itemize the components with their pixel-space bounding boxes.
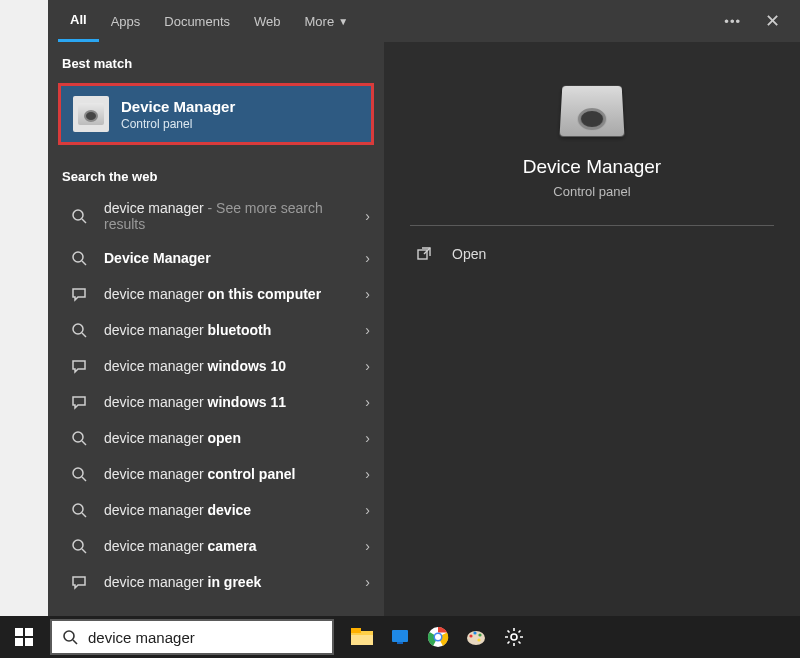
tab-more[interactable]: More ▼	[293, 0, 361, 42]
device-manager-icon	[73, 96, 109, 132]
svg-rect-10	[15, 638, 23, 646]
tab-all[interactable]: All	[58, 0, 99, 42]
svg-point-24	[478, 633, 481, 636]
chevron-right-icon[interactable]: ›	[357, 466, 370, 482]
svg-rect-7	[418, 250, 427, 259]
search-icon	[62, 629, 78, 645]
svg-point-6	[73, 540, 83, 550]
svg-point-0	[73, 210, 83, 220]
close-button[interactable]: ✕	[755, 10, 790, 32]
open-label: Open	[452, 246, 486, 262]
taskbar-chrome[interactable]	[424, 623, 452, 651]
svg-point-25	[477, 638, 480, 641]
search-icon	[68, 502, 90, 518]
search-icon	[68, 466, 90, 482]
web-result-row[interactable]: device manager in greek›	[48, 564, 384, 600]
chevron-down-icon: ▼	[338, 16, 348, 27]
web-result-row[interactable]: device manager windows 11›	[48, 384, 384, 420]
web-result-row[interactable]: device manager camera›	[48, 528, 384, 564]
svg-rect-14	[351, 628, 361, 633]
taskbar-settings[interactable]	[500, 623, 528, 651]
search-icon	[68, 430, 90, 446]
tab-web[interactable]: Web	[242, 0, 293, 42]
web-result-row[interactable]: device manager bluetooth›	[48, 312, 384, 348]
chevron-right-icon[interactable]: ›	[357, 286, 370, 302]
best-match-subtitle: Control panel	[121, 117, 235, 131]
windows-logo-icon	[15, 628, 33, 646]
search-icon	[68, 250, 90, 266]
open-icon	[416, 246, 436, 262]
taskbar-app-icons	[348, 623, 528, 651]
section-best-match: Best match	[48, 42, 384, 79]
best-match-title: Device Manager	[121, 98, 235, 115]
svg-point-1	[73, 252, 83, 262]
result-text: device manager device	[104, 502, 357, 518]
svg-point-2	[73, 324, 83, 334]
divider	[410, 225, 774, 226]
chevron-right-icon[interactable]: ›	[357, 322, 370, 338]
taskbar	[0, 616, 800, 658]
svg-point-3	[73, 432, 83, 442]
chat-icon	[68, 574, 90, 590]
web-result-row[interactable]: device manager on this computer›	[48, 276, 384, 312]
svg-point-22	[469, 634, 472, 637]
svg-rect-16	[392, 630, 408, 642]
tab-documents[interactable]: Documents	[152, 0, 242, 42]
result-text: device manager windows 10	[104, 358, 357, 374]
web-result-row[interactable]: Device Manager›	[48, 240, 384, 276]
result-text: device manager windows 11	[104, 394, 357, 410]
taskbar-edge[interactable]	[386, 623, 414, 651]
web-result-row[interactable]: device manager - See more search results…	[48, 192, 384, 240]
tab-apps[interactable]: Apps	[99, 0, 153, 42]
result-text: device manager in greek	[104, 574, 357, 590]
results-column: Best match Device Manager Control panel …	[48, 42, 384, 616]
taskbar-paint[interactable]	[462, 623, 490, 651]
taskbar-file-explorer[interactable]	[348, 623, 376, 651]
chevron-right-icon[interactable]: ›	[357, 538, 370, 554]
web-result-row[interactable]: device manager open›	[48, 420, 384, 456]
web-result-row[interactable]: device manager windows 10›	[48, 348, 384, 384]
taskbar-search[interactable]	[50, 619, 334, 655]
more-options-button[interactable]: •••	[710, 14, 755, 29]
chat-icon	[68, 394, 90, 410]
chevron-right-icon[interactable]: ›	[357, 430, 370, 446]
web-result-row[interactable]: device manager control panel›	[48, 456, 384, 492]
preview-title: Device Manager	[410, 156, 774, 178]
chat-icon	[68, 358, 90, 374]
preview-pane: Device Manager Control panel Open	[384, 42, 800, 616]
preview-device-manager-icon	[560, 86, 625, 137]
svg-rect-17	[397, 642, 403, 644]
chevron-right-icon[interactable]: ›	[357, 208, 370, 224]
chevron-right-icon[interactable]: ›	[357, 250, 370, 266]
tab-bar: All Apps Documents Web More ▼ ••• ✕	[48, 0, 800, 42]
best-match-result[interactable]: Device Manager Control panel	[58, 83, 374, 145]
start-button[interactable]	[0, 616, 48, 658]
svg-point-20	[435, 634, 441, 640]
svg-rect-15	[351, 635, 373, 645]
chevron-right-icon[interactable]: ›	[357, 502, 370, 518]
svg-point-26	[511, 634, 517, 640]
result-text: Device Manager	[104, 250, 357, 266]
chevron-right-icon[interactable]: ›	[357, 574, 370, 590]
svg-point-5	[73, 504, 83, 514]
svg-rect-8	[15, 628, 23, 636]
search-icon	[68, 322, 90, 338]
chat-icon	[68, 286, 90, 302]
result-text: device manager camera	[104, 538, 357, 554]
result-text: device manager - See more search results	[104, 200, 357, 232]
preview-subtitle: Control panel	[410, 184, 774, 199]
search-panel: All Apps Documents Web More ▼ ••• ✕ Best…	[48, 0, 800, 616]
result-text: device manager open	[104, 430, 357, 446]
result-text: device manager on this computer	[104, 286, 357, 302]
chevron-right-icon[interactable]: ›	[357, 358, 370, 374]
svg-rect-11	[25, 638, 33, 646]
section-search-web: Search the web	[48, 155, 384, 192]
search-input[interactable]	[88, 629, 322, 646]
svg-point-23	[473, 631, 476, 634]
chevron-right-icon[interactable]: ›	[357, 394, 370, 410]
svg-point-4	[73, 468, 83, 478]
web-result-row[interactable]: device manager device›	[48, 492, 384, 528]
open-action[interactable]: Open	[410, 236, 774, 272]
search-icon	[68, 538, 90, 554]
result-text: device manager control panel	[104, 466, 357, 482]
